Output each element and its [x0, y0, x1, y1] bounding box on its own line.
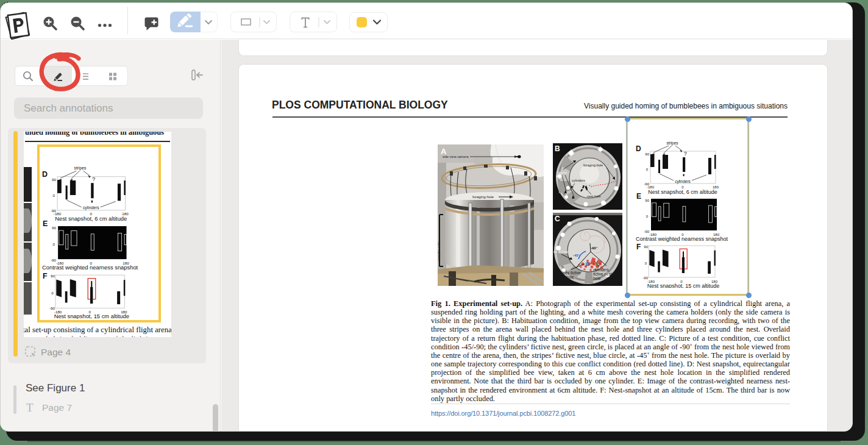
svg-text:stripes: stripes: [557, 171, 567, 174]
svg-text:fictive nest: fictive nest: [593, 272, 612, 276]
svg-text:foraging-hole: foraging-hole: [472, 195, 494, 199]
svg-text:nest-hole: nest-hole: [587, 194, 601, 198]
svg-text:nest-hole: nest-hole: [553, 250, 569, 254]
svg-text:-90°: -90°: [591, 246, 598, 250]
svg-text:side view camera: side view camera: [443, 155, 469, 158]
svg-text:foraging-hole: foraging-hole: [583, 163, 603, 167]
svg-text:hole: hole: [593, 276, 601, 280]
svg-text:rotatable walls: rotatable walls: [438, 241, 441, 261]
svg-text:B: B: [555, 144, 560, 153]
svg-text:-45°: -45°: [573, 254, 580, 257]
svg-text:nest hole: nest hole: [558, 275, 574, 279]
svg-text:C: C: [555, 215, 560, 223]
svg-text:cylinders: cylinders: [572, 179, 585, 182]
